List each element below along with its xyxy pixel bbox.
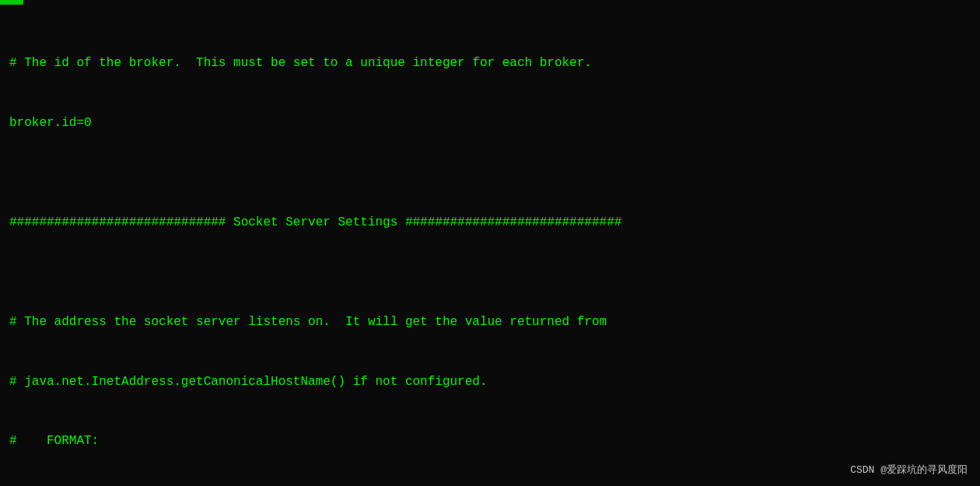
watermark: CSDN @爱踩坑的寻风度阳 (850, 463, 968, 477)
line-4: ############################# Socket Ser… (9, 213, 971, 233)
line-8: # FORMAT: (9, 432, 971, 452)
line-7: # java.net.InetAddress.getCanonicalHostN… (9, 372, 971, 393)
line-2: broker.id=0 (9, 114, 971, 134)
top-accent-bar (0, 0, 980, 5)
line-1: # The id of the broker. This must be set… (9, 54, 971, 74)
terminal-content: # The id of the broker. This must be set… (9, 14, 971, 486)
line-6: # The address the socket server listens … (9, 313, 971, 333)
terminal-window: # The id of the broker. This must be set… (0, 0, 980, 486)
